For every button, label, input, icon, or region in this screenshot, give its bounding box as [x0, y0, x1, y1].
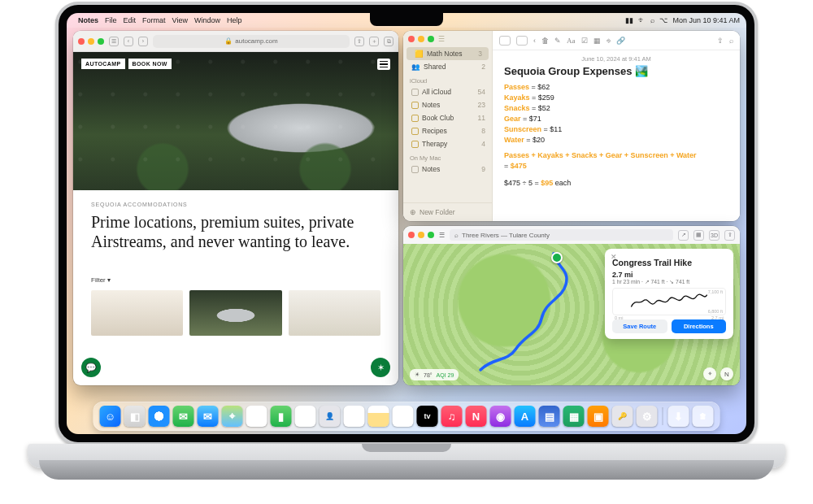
dock-app-facetime[interactable]: ▮ — [271, 406, 292, 427]
menu-edit[interactable]: Edit — [124, 16, 137, 24]
note-body[interactable]: June 10, 2024 at 9:41 AM Sequoia Group E… — [493, 50, 740, 193]
dock-app-music[interactable]: ♫ — [441, 406, 463, 427]
accommodation-card[interactable] — [91, 290, 183, 336]
close-icon[interactable]: ✕ — [611, 253, 617, 261]
view-mode-icon[interactable]: ▦ — [693, 230, 704, 241]
dock-app-tv[interactable]: tv — [417, 406, 438, 427]
dock-app-downloads[interactable]: ⬇ — [668, 406, 689, 427]
notes-window: ☰ 🟨Math Notes 3 👥Shared 2 iCloud All iCl… — [403, 31, 740, 221]
dock-app-settings[interactable]: ⚙ — [637, 406, 658, 427]
window-controls[interactable] — [408, 232, 434, 238]
dock-app-contacts[interactable]: 👤 — [320, 406, 341, 427]
search-icon[interactable]: ⌕ — [729, 37, 733, 45]
sidebar-item-recipes[interactable]: Recipes 8 — [403, 124, 492, 137]
accessibility-fab-icon[interactable]: ✶ — [371, 358, 390, 377]
menubar-app-name[interactable]: Notes — [78, 16, 98, 24]
directions-button[interactable]: Directions — [672, 319, 727, 333]
locate-me-icon[interactable]: ⌖ — [703, 367, 716, 380]
dock-app-passwords[interactable]: 🔑 — [612, 406, 633, 427]
menubar-clock[interactable]: Mon Jun 10 9:41 AM — [672, 16, 740, 24]
dock-app-iwork2[interactable]: ▦ — [563, 406, 585, 427]
search-icon[interactable]: ⌕ — [650, 16, 654, 24]
url-field[interactable]: 🔒 autocamp.com — [153, 35, 350, 48]
menu-format[interactable]: Format — [142, 16, 166, 24]
dock-app-messages[interactable]: ✉ — [173, 406, 194, 427]
website-hero: AUTOCAMP BOOK NOW — [73, 52, 398, 190]
forward-icon[interactable]: › — [138, 37, 148, 46]
dock-app-mail[interactable]: ✉ — [198, 406, 219, 427]
accommodation-card[interactable] — [189, 290, 281, 336]
sidebar-toggle-icon[interactable]: ☰ — [439, 232, 445, 239]
chat-fab-icon[interactable]: 💬 — [81, 358, 101, 377]
laptop-body — [28, 444, 785, 486]
sun-icon: ☀ — [415, 371, 420, 378]
dock-app-news[interactable]: N — [466, 406, 487, 427]
dock-app-notes[interactable] — [368, 406, 389, 427]
sidebar-item-notes[interactable]: Notes 9 — [403, 163, 492, 176]
dock-separator — [663, 407, 663, 425]
media-icon[interactable]: ⎆ — [606, 37, 611, 45]
format-text-icon[interactable]: Aa — [567, 37, 576, 45]
dock-app-freeform[interactable]: ✎ — [393, 406, 414, 427]
compose-icon[interactable]: ✎ — [554, 37, 561, 45]
map-3d-icon[interactable]: 3D — [709, 230, 720, 241]
view-list-icon[interactable] — [499, 36, 511, 46]
dock-app-safari[interactable] — [149, 406, 170, 427]
back-icon[interactable]: ‹ — [533, 37, 536, 45]
sidebar-toggle-icon[interactable]: ☰ — [438, 35, 445, 43]
back-icon[interactable]: ‹ — [124, 37, 133, 46]
share-icon[interactable]: ⇪ — [717, 37, 724, 45]
sidebar-item-math notes[interactable]: 🟨Math Notes 3 — [406, 47, 489, 60]
filter-dropdown[interactable]: Filter ▾ — [91, 276, 380, 284]
maps-search-field[interactable]: ⌕ Three Rivers — Tulare County — [450, 229, 673, 241]
weather-badge[interactable]: ☀ 78° AQI 29 — [410, 369, 459, 380]
menu-help[interactable]: Help — [227, 16, 242, 24]
dock-app-iwork1[interactable]: ▤ — [539, 406, 560, 427]
sidebar-item-therapy[interactable]: Therapy 4 — [403, 137, 492, 150]
sidebar-item-shared[interactable]: 👥Shared 2 — [403, 60, 492, 73]
dock-app-trash[interactable]: 🗑 — [693, 406, 714, 427]
accommodation-card[interactable] — [289, 290, 380, 336]
compass-icon[interactable]: N — [720, 367, 733, 380]
dock-app-photos[interactable]: ❁ — [246, 406, 267, 427]
new-tab-icon[interactable]: ＋ — [369, 37, 379, 46]
menu-window[interactable]: Window — [194, 16, 220, 24]
menu-view[interactable]: View — [172, 16, 188, 24]
view-grid-icon[interactable] — [516, 36, 528, 46]
dock-app-reminders[interactable]: ☑ — [344, 406, 365, 427]
lock-icon: 🔒 — [224, 37, 233, 45]
sidebar-item-book club[interactable]: Book Club 11 — [403, 111, 492, 124]
sidebar-section-header: iCloud — [403, 73, 492, 85]
maps-window: ☰ ⌕ Three Rivers — Tulare County ↗ ▦ 3D … — [403, 226, 740, 385]
site-logo[interactable]: AUTOCAMP — [81, 59, 125, 69]
control-center-icon[interactable]: ⌥ — [659, 16, 667, 24]
hamburger-icon[interactable] — [377, 59, 390, 70]
table-icon[interactable]: ▦ — [593, 37, 601, 45]
dock-app-launchpad[interactable]: ◧ — [124, 406, 146, 427]
trash-icon[interactable]: 🗑 — [541, 37, 549, 45]
sidebar-item-notes[interactable]: Notes 23 — [403, 98, 492, 111]
dock-app-appstore[interactable]: A — [515, 406, 536, 427]
route-icon[interactable]: ↗ — [678, 230, 689, 241]
tabs-icon[interactable]: ⧉ — [384, 37, 393, 46]
window-controls[interactable] — [408, 36, 434, 42]
dock-app-finder[interactable]: ☺ — [100, 406, 121, 427]
dock-app-iwork3[interactable]: ▣ — [588, 406, 609, 427]
window-controls[interactable] — [78, 38, 104, 45]
share-icon[interactable]: ⇪ — [724, 230, 735, 241]
share-icon[interactable]: ⇪ — [354, 37, 364, 46]
dock-app-maps[interactable]: ⌖ — [222, 406, 243, 427]
checklist-icon[interactable]: ☑ — [581, 37, 588, 45]
wifi-icon[interactable]: ᯤ — [638, 16, 646, 24]
dock-app-podcasts[interactable]: ◉ — [490, 406, 511, 427]
book-now-button[interactable]: BOOK NOW — [128, 59, 172, 69]
sidebar-toggle-icon[interactable]: ☰ — [109, 37, 119, 46]
sidebar-item-all icloud[interactable]: All iCloud 54 — [403, 85, 492, 98]
link-icon[interactable]: 🔗 — [616, 37, 625, 45]
menu-file[interactable]: File — [105, 16, 117, 24]
dock-app-calendar[interactable]: 10 — [295, 406, 316, 427]
section-eyebrow: SEQUOIA ACCOMMODATIONS — [91, 202, 380, 207]
new-folder-button[interactable]: ⊕ New Folder — [403, 202, 492, 221]
battery-icon[interactable]: ▮▮ — [625, 16, 633, 24]
save-route-button[interactable]: Save Route — [612, 319, 667, 333]
